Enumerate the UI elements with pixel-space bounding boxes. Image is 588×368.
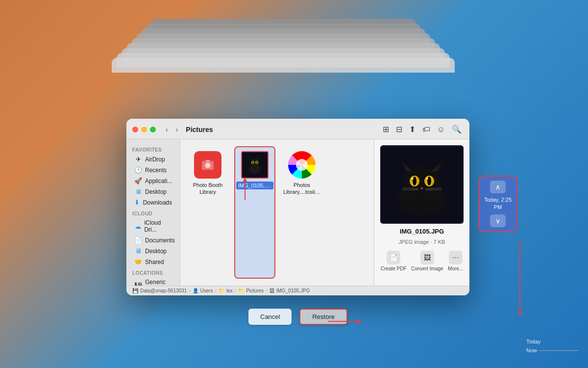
sidebar-label-documents: Documents	[145, 237, 175, 244]
more-actions-button[interactable]: ⋯ More...	[448, 251, 463, 271]
cancel-button[interactable]: Cancel	[248, 309, 292, 325]
timemachine-time: Today, 2:25 PM	[482, 196, 514, 211]
preview-filename: IMG_0105.JPG	[380, 228, 464, 235]
sidebar: Favorites ✈ AirDrop 🕐 Recents 🚀 Applicat…	[126, 139, 180, 286]
breadcrumb-drive: 💾	[132, 288, 138, 293]
photo-booth-svg	[200, 157, 216, 173]
svg-point-25	[426, 178, 428, 180]
icloud-desktop-icon: 🖥	[134, 247, 142, 255]
annotation-arrow-restore	[328, 321, 358, 322]
status-bar: 💾 Data@snap-5613031 › 👤 Users › 📁 lex › …	[126, 286, 469, 295]
toolbar: ‹ › Pictures ⊞ ⊟ ⬆ 🏷 ☺ 🔍	[126, 119, 469, 139]
breadcrumb-lex-label: lex	[226, 288, 233, 293]
breadcrumb-pictures-label: Pictures	[246, 288, 264, 293]
forward-button[interactable]: ›	[174, 125, 180, 134]
downloads-icon: ⬇	[134, 199, 140, 206]
more-actions-label: More...	[448, 266, 463, 271]
back-button[interactable]: ‹	[164, 125, 170, 134]
svg-rect-3	[206, 160, 210, 161]
photos-label: Photos Library....toslibrary	[283, 182, 320, 196]
sidebar-label-icloud: iCloud Dri...	[144, 219, 172, 233]
timemachine-down-button[interactable]: ∨	[490, 214, 506, 227]
restore-button[interactable]: Restore	[299, 309, 347, 325]
finder-body: Favorites ✈ AirDrop 🕐 Recents 🚀 Applicat…	[126, 139, 469, 286]
view-icon-grid[interactable]: ⊞	[381, 124, 391, 135]
file-grid: Photo Booth Library	[188, 147, 366, 278]
img-label: IMG_0105.JPG	[236, 182, 273, 189]
photos-icon-container	[287, 150, 317, 180]
desktop-icon: 🖥	[134, 188, 142, 195]
cat-thumbnail-svg	[242, 152, 268, 178]
airdrop-icon: ✈	[134, 156, 142, 163]
timeline-now: Now	[526, 347, 578, 353]
close-button[interactable]	[132, 127, 138, 132]
sidebar-label-shared: Shared	[145, 259, 164, 265]
create-pdf-button[interactable]: 📄 Create PDF	[381, 251, 407, 271]
sidebar-label-applications: Applicati...	[145, 178, 172, 184]
annotation-arrow-side	[519, 240, 520, 312]
toolbar-icons: ⊞ ⊟ ⬆ 🏷 ☺ 🔍	[381, 124, 464, 135]
sidebar-section-favorites: Favorites	[126, 144, 180, 154]
sidebar-item-documents[interactable]: 📄 Documents	[128, 235, 178, 245]
preview-image	[380, 145, 464, 224]
sidebar-item-recents[interactable]: 🕐 Recents	[128, 165, 178, 175]
breadcrumb-lex: 📁	[219, 288, 224, 293]
timemachine-panel: ∧ Today, 2:25 PM ∨	[478, 176, 517, 232]
file-item-photo-booth[interactable]: Photo Booth Library	[188, 147, 227, 278]
file-item-photos[interactable]: Photos Library....toslibrary	[282, 147, 321, 278]
annotation-arrow-file-head	[243, 178, 247, 182]
photo-booth-icon	[194, 151, 221, 179]
sidebar-item-desktop[interactable]: 🖥 Desktop	[128, 186, 178, 197]
convert-image-icon: 🖼	[420, 251, 434, 264]
timemachine-up-icon: ∧	[495, 183, 500, 191]
sidebar-item-generic[interactable]: 💾 Generic F...	[128, 277, 178, 286]
sidebar-item-downloads[interactable]: ⬇ Downloads	[128, 197, 178, 208]
sidebar-item-icloud-drive[interactable]: ☁ iCloud Dri...	[128, 218, 178, 235]
svg-point-2	[206, 163, 210, 167]
preview-meta: JPEG image · 7 KB	[380, 239, 464, 245]
breadcrumb-pictures: 📁	[238, 288, 244, 293]
more-actions-icon: ⋯	[449, 251, 463, 264]
annotation-arrow-file	[245, 181, 245, 200]
view-options-icon[interactable]: ⊟	[394, 124, 404, 135]
breadcrumb-users: 👤	[193, 288, 198, 293]
breadcrumb-snap: Data@snap-5613031	[140, 288, 187, 293]
timeline-now-label: Now	[526, 347, 537, 353]
stack-card-1	[112, 58, 455, 73]
photo-booth-label: Photo Booth Library	[191, 182, 224, 196]
annotation-arrow-file-shaft	[245, 181, 245, 200]
svg-point-12	[256, 161, 257, 164]
generic-drive-icon: 💾	[134, 282, 142, 286]
breadcrumb-img-label: IMG_0105.JPG	[276, 288, 310, 293]
convert-image-label: Convert Image	[411, 266, 443, 271]
sidebar-section-locations: Locations	[126, 267, 180, 277]
action-icon[interactable]: ☺	[435, 124, 447, 135]
applications-icon: 🚀	[134, 177, 142, 184]
timemachine-up-button[interactable]: ∧	[490, 181, 506, 193]
sidebar-item-shared[interactable]: 🤝 Shared	[128, 257, 178, 267]
preview-panel: IMG_0105.JPG JPEG image · 7 KB 📄 Create …	[374, 139, 469, 286]
file-item-img0105[interactable]: IMG_0105.JPG	[235, 147, 274, 278]
finder-window: ‹ › Pictures ⊞ ⊟ ⬆ 🏷 ☺ 🔍 Favorites ✈ Air…	[126, 119, 469, 295]
timeline-line	[539, 350, 578, 351]
share-icon[interactable]: ⬆	[407, 124, 417, 135]
svg-point-24	[412, 178, 414, 180]
tag-icon[interactable]: 🏷	[420, 124, 432, 135]
minimize-button[interactable]	[141, 127, 147, 132]
main-content: Photo Booth Library	[180, 139, 469, 286]
photo-booth-icon-container	[193, 150, 222, 180]
breadcrumb-img: 🖼	[270, 288, 274, 293]
shared-icon: 🤝	[134, 258, 142, 265]
sidebar-item-airdrop[interactable]: ✈ AirDrop	[128, 154, 178, 164]
sidebar-label-desktop: Desktop	[145, 188, 167, 195]
sidebar-label-recents: Recents	[145, 167, 167, 174]
maximize-button[interactable]	[150, 127, 156, 132]
preview-cat-svg	[380, 147, 464, 223]
sidebar-label-downloads: Downloads	[143, 199, 172, 206]
sidebar-item-icloud-desktop[interactable]: 🖥 Desktop	[128, 246, 178, 256]
sidebar-item-applications[interactable]: 🚀 Applicati...	[128, 176, 178, 186]
photos-icon	[288, 151, 316, 179]
convert-image-button[interactable]: 🖼 Convert Image	[411, 251, 443, 271]
search-icon[interactable]: 🔍	[450, 124, 464, 135]
create-pdf-icon: 📄	[387, 251, 400, 264]
